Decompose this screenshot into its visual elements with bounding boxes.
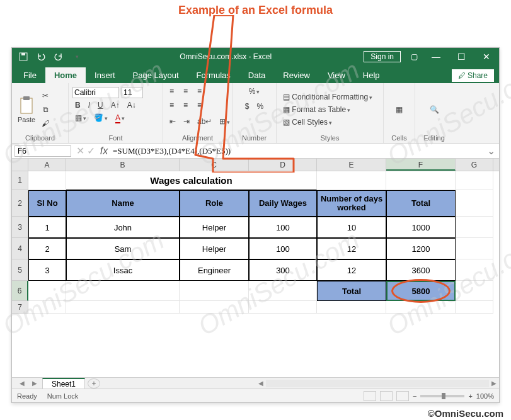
- sheet-nav-prev-icon[interactable]: ◀: [17, 380, 27, 387]
- header-wages[interactable]: Daily Wages: [249, 190, 317, 217]
- col-header-D[interactable]: D: [249, 159, 317, 171]
- ribbon-display-icon[interactable]: ▢: [405, 52, 423, 61]
- header-role[interactable]: Role: [180, 190, 249, 217]
- underline-button[interactable]: U: [95, 99, 106, 111]
- align-left-button[interactable]: ≡: [167, 99, 180, 112]
- col-header-F[interactable]: F: [386, 159, 456, 171]
- cell-E6-total-label[interactable]: Total: [317, 281, 386, 301]
- number-format-button[interactable]: %: [246, 86, 263, 97]
- font-color-button[interactable]: A: [113, 112, 127, 123]
- border-button[interactable]: ▦: [72, 112, 89, 123]
- sheet-tab-sheet1[interactable]: Sheet1: [42, 378, 85, 389]
- signin-button[interactable]: Sign in: [364, 51, 401, 62]
- col-header-B[interactable]: B: [66, 159, 180, 171]
- cell-E3[interactable]: 10: [317, 217, 386, 238]
- sheet-nav-next-icon[interactable]: ▶: [30, 380, 40, 387]
- fx-icon[interactable]: fx: [98, 145, 110, 157]
- align-bottom-button[interactable]: ≡: [195, 86, 207, 98]
- conditional-formatting-button[interactable]: ▤ Conditional Formatting: [280, 91, 375, 103]
- cell-F5[interactable]: 3600: [386, 259, 456, 281]
- hscroll-left-icon[interactable]: ◀: [256, 380, 266, 387]
- cell-styles-button[interactable]: ▧ Cell Styles: [280, 116, 375, 128]
- share-button[interactable]: 🖊 Share: [452, 69, 494, 82]
- cell-D4[interactable]: 100: [249, 238, 317, 259]
- enter-formula-icon[interactable]: ✓: [87, 145, 95, 157]
- tab-review[interactable]: Review: [274, 67, 319, 83]
- cell-F6-total-value[interactable]: 5800: [386, 281, 456, 301]
- autosave-icon[interactable]: [17, 50, 30, 63]
- zoom-in-button[interactable]: +: [468, 392, 472, 400]
- tab-home[interactable]: Home: [45, 67, 86, 83]
- cell-D3[interactable]: 100: [249, 217, 317, 238]
- maximize-button[interactable]: ☐: [449, 52, 474, 62]
- cell-C5[interactable]: Engineer: [180, 259, 249, 281]
- cell-E5[interactable]: 12: [317, 259, 386, 281]
- merge-button[interactable]: ⊞: [217, 116, 233, 127]
- cell-A4[interactable]: 2: [28, 238, 66, 259]
- zoom-out-button[interactable]: −: [413, 392, 416, 400]
- paste-button[interactable]: Paste: [16, 94, 37, 125]
- header-slno[interactable]: Sl No: [28, 190, 66, 217]
- cell-B3[interactable]: John: [66, 217, 180, 238]
- tab-page-layout[interactable]: Page Layout: [124, 67, 188, 83]
- copy-icon[interactable]: ⧉: [40, 104, 51, 115]
- decrease-indent-button[interactable]: ⇤: [167, 116, 178, 127]
- view-page-break-button[interactable]: [396, 391, 409, 401]
- cancel-formula-icon[interactable]: ✕: [76, 145, 84, 157]
- undo-icon[interactable]: [35, 50, 47, 63]
- header-total[interactable]: Total: [386, 190, 456, 217]
- col-header-A[interactable]: A: [28, 159, 66, 171]
- cell-B5[interactable]: Issac: [66, 259, 180, 281]
- row-header-1[interactable]: 1: [12, 171, 28, 190]
- increase-indent-button[interactable]: ⇥: [181, 116, 192, 127]
- cells-insert-icon[interactable]: ▦: [394, 104, 405, 115]
- percent-button[interactable]: %: [255, 101, 267, 112]
- align-top-button[interactable]: ≡: [167, 86, 180, 98]
- col-header-C[interactable]: C: [180, 159, 249, 171]
- format-as-table-button[interactable]: ▦ Format as Table: [280, 104, 375, 115]
- view-normal-button[interactable]: [364, 391, 376, 401]
- wrap-text-button[interactable]: ab↵: [195, 116, 214, 127]
- cell-C3[interactable]: Helper: [180, 217, 249, 238]
- cell-D5[interactable]: 300: [249, 259, 317, 281]
- view-page-layout-button[interactable]: [380, 391, 393, 401]
- fill-color-button[interactable]: 🪣: [91, 112, 110, 123]
- currency-button[interactable]: $: [243, 101, 252, 112]
- formula-input[interactable]: [110, 145, 483, 157]
- row-header-7[interactable]: 7: [12, 301, 28, 314]
- font-size-select[interactable]: [122, 87, 143, 98]
- tab-data[interactable]: Data: [239, 67, 274, 83]
- cell-B4[interactable]: Sam: [66, 238, 180, 259]
- minimize-button[interactable]: —: [423, 52, 449, 62]
- row-header-2[interactable]: 2: [12, 190, 28, 217]
- cell-C4[interactable]: Helper: [180, 238, 249, 259]
- grow-font-button[interactable]: A↑: [108, 99, 122, 111]
- cell-A3[interactable]: 1: [28, 217, 66, 238]
- row-header-3[interactable]: 3: [12, 217, 28, 238]
- tab-help[interactable]: Help: [354, 67, 389, 83]
- header-name[interactable]: Name: [66, 190, 180, 217]
- new-sheet-button[interactable]: +: [88, 378, 100, 389]
- cell-E4[interactable]: 12: [317, 238, 386, 259]
- cut-icon[interactable]: ✂: [40, 90, 51, 101]
- col-header-E[interactable]: E: [317, 159, 386, 171]
- cell-F4[interactable]: 1200: [386, 238, 456, 259]
- close-button[interactable]: ✕: [474, 52, 499, 62]
- tab-formulas[interactable]: Formulas: [188, 67, 239, 83]
- row-header-6[interactable]: 6: [12, 281, 28, 301]
- tab-file[interactable]: File: [14, 67, 45, 83]
- zoom-slider[interactable]: [420, 395, 464, 397]
- spreadsheet-grid[interactable]: A B C D E F G 1 Wages calculation 2 Sl N: [12, 159, 499, 377]
- redo-icon[interactable]: [52, 50, 65, 63]
- cell-F3[interactable]: 1000: [386, 217, 456, 238]
- tab-view[interactable]: View: [319, 67, 354, 83]
- qat-customize-icon[interactable]: [70, 50, 83, 63]
- format-painter-icon[interactable]: 🖌: [40, 118, 51, 129]
- horizontal-scrollbar[interactable]: [266, 380, 490, 387]
- name-box[interactable]: [14, 145, 71, 157]
- font-name-select[interactable]: [72, 87, 119, 98]
- italic-button[interactable]: I: [86, 99, 93, 111]
- col-header-G[interactable]: G: [456, 159, 493, 171]
- row-header-5[interactable]: 5: [12, 259, 28, 281]
- hscroll-right-icon[interactable]: ▶: [489, 380, 499, 387]
